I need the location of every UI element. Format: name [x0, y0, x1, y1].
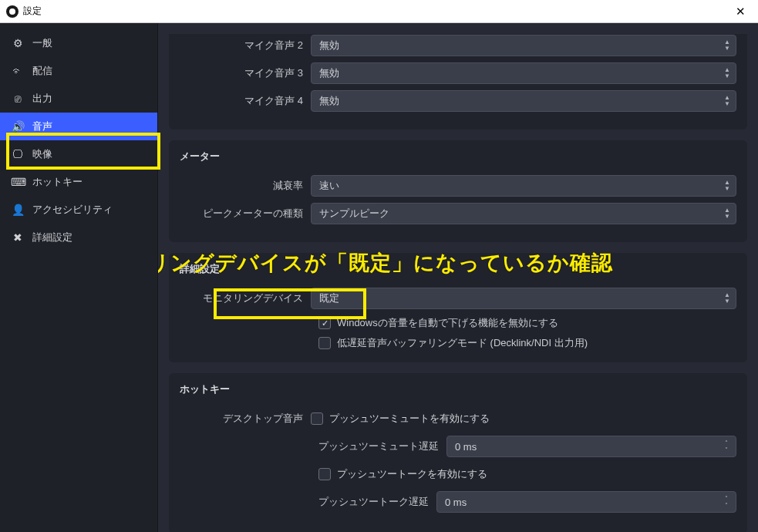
- sidebar-item-label: 音声: [32, 120, 52, 133]
- monitor-select[interactable]: 既定▲▼: [311, 288, 736, 309]
- tools-icon: ✖: [11, 231, 25, 244]
- mic2-label: マイク音声 2: [180, 39, 311, 52]
- spin-icon: ▲▼: [720, 177, 734, 194]
- ptt-enable-label: プッシュツートークを有効にする: [337, 467, 487, 481]
- accessibility-icon: 👤: [11, 204, 25, 216]
- sidebar-item-label: 映像: [32, 147, 52, 161]
- gear-icon: ⚙: [11, 37, 25, 49]
- content-panel: マイク音声 2 無効▲▼ マイク音声 3 無効▲▼ マイク音声 4 無効▲▼ メ…: [157, 23, 758, 532]
- annotation-text: モニタリングデバイスが「既定」になっているか確認: [157, 249, 613, 277]
- sidebar-item-label: 一般: [32, 36, 52, 50]
- sidebar-item-label: 詳細設定: [32, 231, 72, 244]
- meter-heading: メーター: [180, 150, 736, 163]
- desktop-audio-label: デスクトップ音声: [180, 412, 311, 426]
- app-icon: [6, 5, 19, 18]
- sidebar-item-label: 配信: [32, 64, 52, 78]
- low-latency-checkbox[interactable]: [318, 337, 331, 349]
- ptm-delay-label: プッシュツーミュート遅延: [180, 439, 446, 453]
- disable-ducking-checkbox[interactable]: [318, 317, 331, 329]
- mic3-select[interactable]: 無効▲▼: [311, 62, 736, 84]
- monitor-icon: 🖵: [11, 148, 25, 160]
- sidebar-item-label: ホットキー: [32, 175, 83, 189]
- hotkey-heading: ホットキー: [180, 382, 736, 396]
- ptt-delay-label: プッシュツートーク遅延: [180, 495, 436, 509]
- speaker-icon: 🔊: [11, 120, 25, 133]
- sidebar-item-hotkeys[interactable]: ⌨ホットキー: [0, 168, 157, 196]
- sidebar-item-video[interactable]: 🖵映像: [0, 140, 157, 168]
- peak-select[interactable]: サンプルピーク▲▼: [311, 203, 736, 224]
- spin-icon: ▲▼: [720, 290, 734, 307]
- ptm-enable-label: プッシュツーミュートを有効にする: [329, 412, 490, 426]
- spin-icon: ▲▼: [720, 205, 734, 222]
- mic3-label: マイク音声 3: [180, 66, 311, 80]
- meter-group: メーター 減衰率 速い▲▼ ピークメーターの種類 サンプルピーク▲▼: [169, 140, 747, 242]
- sidebar-item-advanced[interactable]: ✖詳細設定: [0, 224, 157, 251]
- stepper-icon: ˄˅: [720, 495, 733, 509]
- decay-select[interactable]: 速い▲▼: [311, 175, 736, 197]
- mic4-select[interactable]: 無効▲▼: [311, 90, 736, 112]
- sidebar-item-label: 出力: [32, 92, 52, 106]
- sidebar-item-stream[interactable]: ᯤ配信: [0, 57, 157, 85]
- titlebar: 設定 ✕: [0, 0, 758, 23]
- stepper-icon: ˄˅: [720, 439, 733, 453]
- sidebar-item-accessibility[interactable]: 👤アクセシビリティ: [0, 196, 157, 224]
- disable-ducking-label: Windowsの音量を自動で下げる機能を無効にする: [337, 316, 558, 330]
- output-icon: ⎚: [11, 93, 25, 105]
- mic2-select[interactable]: 無効▲▼: [311, 35, 736, 56]
- low-latency-label: 低遅延音声バッファリングモード (Decklink/NDI 出力用): [337, 336, 588, 350]
- mic4-label: マイク音声 4: [180, 94, 311, 108]
- decay-label: 減衰率: [180, 179, 311, 193]
- spin-icon: ▲▼: [720, 65, 734, 82]
- monitor-label: モニタリングデバイス: [180, 291, 311, 305]
- sidebar-item-output[interactable]: ⎚出力: [0, 85, 157, 113]
- sidebar-item-label: アクセシビリティ: [32, 203, 113, 217]
- main-area: ⚙一般 ᯤ配信 ⎚出力 🔊音声 🖵映像 ⌨ホットキー 👤アクセシビリティ ✖詳細…: [0, 23, 758, 532]
- ptm-enable-checkbox[interactable]: [311, 412, 323, 425]
- hotkey-group: ホットキー デスクトップ音声 プッシュツーミュートを有効にする プッシュツーミュ…: [169, 373, 747, 532]
- sidebar-item-general[interactable]: ⚙一般: [0, 29, 157, 57]
- ptm-delay-input[interactable]: 0 ms˄˅: [446, 436, 736, 457]
- sidebar-item-audio[interactable]: 🔊音声: [0, 113, 157, 140]
- spin-icon: ▲▼: [720, 93, 734, 109]
- antenna-icon: ᯤ: [11, 65, 25, 77]
- keyboard-icon: ⌨: [11, 176, 25, 188]
- close-button[interactable]: ✕: [723, 0, 758, 23]
- ptt-delay-input[interactable]: 0 ms˄˅: [436, 491, 736, 513]
- ptt-enable-checkbox[interactable]: [318, 468, 331, 480]
- sidebar: ⚙一般 ᯤ配信 ⎚出力 🔊音声 🖵映像 ⌨ホットキー 👤アクセシビリティ ✖詳細…: [0, 23, 157, 532]
- mic-group: マイク音声 2 無効▲▼ マイク音声 3 無効▲▼ マイク音声 4 無効▲▼: [169, 34, 747, 130]
- spin-icon: ▲▼: [720, 37, 734, 54]
- peak-label: ピークメーターの種類: [180, 207, 311, 221]
- window-title: 設定: [23, 5, 42, 18]
